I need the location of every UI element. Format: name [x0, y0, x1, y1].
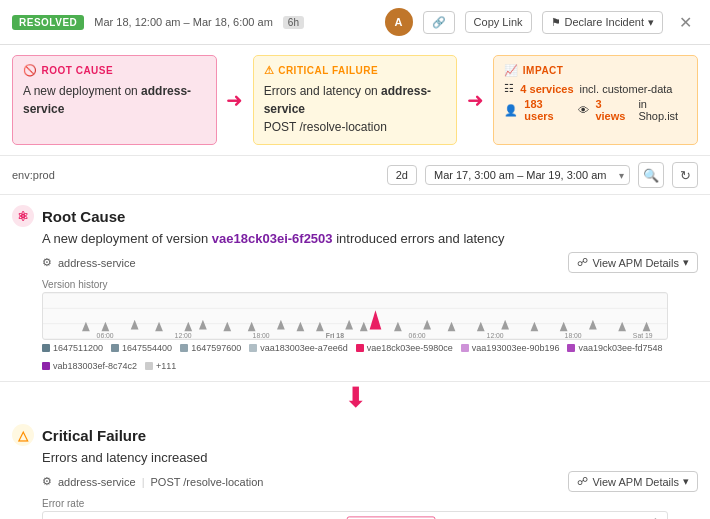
svg-marker-10 [223, 322, 231, 332]
arrow-down-icon: ⬇ [344, 384, 367, 412]
env-label: env:prod [12, 169, 55, 181]
arrow-down-separator: ⬇ [0, 382, 710, 414]
impact-icon: 📈 [504, 64, 519, 77]
impact-users-row: 👤 183 users 👁 3 views in Shop.ist [504, 98, 687, 122]
svg-marker-19 [448, 322, 456, 332]
apm-filter-icon: ☍ [577, 256, 588, 269]
critical-service-name: address-service [58, 476, 136, 488]
svg-marker-4 [82, 322, 90, 332]
declare-incident-label: Declare Incident [565, 16, 645, 28]
view-apm-details-button-2[interactable]: ☍ View APM Details ▾ [568, 471, 698, 492]
arrow-root-to-critical: ➜ [217, 55, 253, 145]
copy-link-button[interactable]: Copy Link [465, 11, 532, 33]
header-time-range: Mar 18, 12:00 am – Mar 18, 6:00 am [94, 16, 273, 28]
svg-marker-27 [370, 310, 382, 329]
time-range-select[interactable]: Mar 17, 3:00 am – Mar 19, 3:00 am [425, 165, 630, 185]
critical-section-title: △ Critical Failure [12, 424, 698, 446]
svg-marker-15 [345, 320, 353, 330]
views-count: 3 views [595, 98, 632, 122]
legend-item: vaa19ck03ee-fd7548 [567, 343, 662, 353]
toolbar-row: env:prod 2d Mar 17, 3:00 am – Mar 19, 3:… [0, 156, 710, 195]
view-apm-label: View APM Details [592, 257, 679, 269]
arrow-critical-to-impact: ➜ [457, 55, 493, 145]
copy-link-label: Copy Link [474, 16, 523, 28]
svg-marker-8 [184, 322, 192, 332]
svg-text:18:00: 18:00 [565, 332, 582, 339]
svg-marker-14 [316, 322, 324, 332]
version-chart-svg: 06:00 12:00 18:00 Fri 18 06:00 12:00 18:… [43, 293, 667, 339]
svg-marker-21 [501, 320, 509, 330]
critical-section-icon: △ [12, 424, 34, 446]
close-button[interactable]: ✕ [673, 11, 698, 34]
zoom-button[interactable]: 🔍 [638, 162, 664, 188]
duration-select[interactable]: 2d [387, 165, 417, 185]
svg-text:18:00: 18:00 [253, 332, 270, 339]
legend-item-pink: vae18ck03ee-5980ce [356, 343, 453, 353]
services-icon: ☷ [504, 82, 514, 95]
status-badge: RESOLVED [12, 15, 84, 30]
refresh-icon: ↻ [680, 168, 691, 183]
root-cause-icon: 🚫 [23, 64, 38, 77]
svg-text:06:00: 06:00 [97, 332, 114, 339]
svg-marker-9 [199, 320, 207, 330]
icon-copy-btn[interactable]: 🔗 [423, 11, 455, 34]
root-cause-body: A new deployment on address-service [23, 82, 206, 118]
users-count: 183 users [524, 98, 572, 122]
refresh-button[interactable]: ↻ [672, 162, 698, 188]
separator: | [142, 476, 145, 488]
critical-failure-body: Errors and latency on address-service PO… [264, 82, 447, 136]
legend-item: vaa193003ee-90b196 [461, 343, 560, 353]
error-rate-label: Error rate [42, 498, 698, 509]
view-apm-details-button[interactable]: ☍ View APM Details ▾ [568, 252, 698, 273]
svg-text:06:00: 06:00 [409, 332, 426, 339]
copy-icon: 🔗 [432, 16, 446, 29]
views-suffix: in Shop.ist [638, 98, 687, 122]
avatar: A [385, 8, 413, 36]
header-duration-badge: 6h [283, 16, 304, 29]
version-link[interactable]: vae18ck03ei-6f2503 [212, 231, 333, 246]
view-apm-label-2: View APM Details [592, 476, 679, 488]
root-cause-title: 🚫 ROOT CAUSE [23, 64, 206, 77]
svg-marker-22 [531, 322, 539, 332]
svg-marker-24 [589, 320, 597, 330]
error-chart-area: ✥ 100 50 0 Percent Mar 18, 00:00 - 06:00 [42, 511, 668, 519]
svg-marker-7 [155, 322, 163, 332]
declare-incident-button[interactable]: ⚑ Declare Incident ▾ [542, 11, 664, 34]
svg-marker-23 [560, 322, 568, 332]
svg-marker-13 [297, 322, 305, 332]
root-cause-section-subtitle: A new deployment of version vae18ck03ei-… [42, 231, 698, 246]
impact-card: 📈 IMPACT ☷ 4 services incl. customer-dat… [493, 55, 698, 145]
svg-marker-20 [477, 322, 485, 332]
root-cause-section: ⚛ Root Cause A new deployment of version… [0, 195, 710, 382]
svg-text:Fri 18: Fri 18 [326, 332, 344, 339]
apm-chevron-icon: ▾ [683, 256, 689, 269]
impact-title: 📈 IMPACT [504, 64, 687, 77]
svg-marker-12 [277, 320, 285, 330]
svg-text:Sat 19: Sat 19 [633, 332, 653, 339]
critical-section-subtitle: Errors and latency increased [42, 450, 698, 465]
users-icon: 👤 [504, 104, 518, 117]
zoom-icon: 🔍 [643, 168, 659, 183]
svg-marker-18 [423, 320, 431, 330]
svg-marker-5 [102, 322, 110, 332]
cards-row: 🚫 ROOT CAUSE A new deployment on address… [0, 45, 710, 156]
error-rate-chart-svg: 100 50 0 Percent Mar 18, 00:00 - 06:00 0… [43, 512, 667, 519]
critical-endpoint: POST /resolve-location [151, 476, 264, 488]
svg-marker-26 [643, 322, 651, 332]
services-suffix: incl. customer-data [580, 83, 673, 95]
svg-marker-6 [131, 320, 139, 330]
critical-failure-title: ⚠ CRITICAL FAILURE [264, 64, 447, 77]
root-cause-section-heading: Root Cause [42, 208, 125, 225]
critical-service-row: ⚙ address-service | POST /resolve-locati… [42, 471, 698, 492]
version-history-label: Version history [42, 279, 698, 290]
version-chart-area: 06:00 12:00 18:00 Fri 18 06:00 12:00 18:… [42, 292, 668, 340]
apm-filter-icon-2: ☍ [577, 475, 588, 488]
svg-marker-25 [618, 322, 626, 332]
declare-chevron-icon: ▾ [648, 16, 654, 29]
version-legend: 1647511200 1647554400 1647597600 vaa1830… [42, 343, 668, 371]
root-service-row: ⚙ address-service ☍ View APM Details ▾ [42, 252, 698, 273]
root-cause-card: 🚫 ROOT CAUSE A new deployment on address… [12, 55, 217, 145]
svg-text:12:00: 12:00 [487, 332, 504, 339]
right-arrow-icon-2: ➜ [467, 88, 484, 112]
service-icon: ⚙ [42, 256, 52, 269]
